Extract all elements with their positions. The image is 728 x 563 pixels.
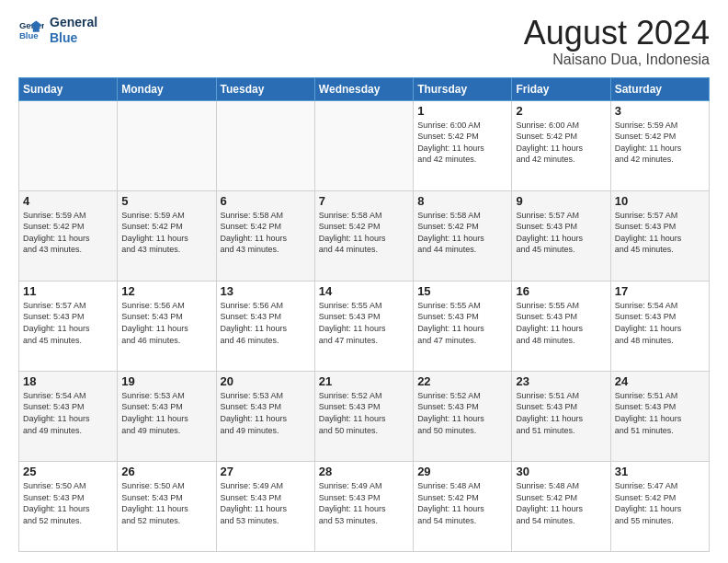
- calendar-cell: [216, 100, 314, 190]
- day-info: Sunrise: 5:50 AM Sunset: 5:43 PM Dayligh…: [121, 480, 211, 526]
- header: General Blue General Blue August 2024 Na…: [18, 15, 710, 68]
- calendar-cell: 5Sunrise: 5:59 AM Sunset: 5:42 PM Daylig…: [118, 190, 216, 281]
- day-number: 14: [319, 284, 409, 298]
- day-number: 3: [615, 104, 705, 118]
- day-number: 1: [417, 104, 507, 118]
- calendar-cell: 22Sunrise: 5:52 AM Sunset: 5:43 PM Dayli…: [414, 371, 512, 461]
- calendar-cell: 7Sunrise: 5:58 AM Sunset: 5:42 PM Daylig…: [314, 190, 413, 281]
- day-info: Sunrise: 5:49 AM Sunset: 5:43 PM Dayligh…: [319, 480, 409, 526]
- day-number: 26: [121, 465, 211, 478]
- day-info: Sunrise: 5:55 AM Sunset: 5:43 PM Dayligh…: [417, 300, 507, 346]
- calendar-cell: 16Sunrise: 5:55 AM Sunset: 5:43 PM Dayli…: [512, 281, 610, 371]
- calendar-cell: [314, 100, 413, 190]
- calendar-day-header: Saturday: [610, 77, 709, 100]
- calendar-table: SundayMondayTuesdayWednesdayThursdayFrid…: [18, 77, 710, 552]
- day-number: 29: [417, 465, 507, 478]
- day-info: Sunrise: 5:48 AM Sunset: 5:42 PM Dayligh…: [516, 480, 606, 526]
- calendar-week-row: 25Sunrise: 5:50 AM Sunset: 5:43 PM Dayli…: [19, 461, 710, 551]
- day-number: 27: [221, 465, 311, 478]
- calendar-cell: 3Sunrise: 5:59 AM Sunset: 5:42 PM Daylig…: [610, 100, 709, 190]
- day-number: 24: [615, 374, 705, 388]
- logo-text-blue: Blue: [50, 30, 97, 46]
- calendar-cell: 6Sunrise: 5:58 AM Sunset: 5:42 PM Daylig…: [216, 190, 314, 281]
- calendar-cell: 30Sunrise: 5:48 AM Sunset: 5:42 PM Dayli…: [512, 461, 610, 551]
- day-number: 17: [615, 284, 705, 298]
- day-number: 28: [319, 465, 409, 478]
- day-info: Sunrise: 5:56 AM Sunset: 5:43 PM Dayligh…: [121, 300, 211, 346]
- calendar-cell: 31Sunrise: 5:47 AM Sunset: 5:42 PM Dayli…: [610, 461, 709, 551]
- calendar-header-row: SundayMondayTuesdayWednesdayThursdayFrid…: [19, 77, 710, 100]
- calendar-cell: 17Sunrise: 5:54 AM Sunset: 5:43 PM Dayli…: [610, 281, 709, 371]
- day-number: 2: [516, 104, 606, 118]
- day-number: 12: [121, 284, 211, 298]
- day-info: Sunrise: 5:55 AM Sunset: 5:43 PM Dayligh…: [516, 300, 606, 346]
- day-info: Sunrise: 5:54 AM Sunset: 5:43 PM Dayligh…: [615, 300, 705, 346]
- calendar-cell: 26Sunrise: 5:50 AM Sunset: 5:43 PM Dayli…: [118, 461, 216, 551]
- day-info: Sunrise: 6:00 AM Sunset: 5:42 PM Dayligh…: [516, 120, 606, 166]
- calendar-cell: 18Sunrise: 5:54 AM Sunset: 5:43 PM Dayli…: [19, 371, 118, 461]
- calendar-cell: 25Sunrise: 5:50 AM Sunset: 5:43 PM Dayli…: [19, 461, 118, 551]
- day-info: Sunrise: 5:54 AM Sunset: 5:43 PM Dayligh…: [23, 390, 113, 436]
- calendar-cell: 14Sunrise: 5:55 AM Sunset: 5:43 PM Dayli…: [314, 281, 413, 371]
- calendar-cell: 21Sunrise: 5:52 AM Sunset: 5:43 PM Dayli…: [314, 371, 413, 461]
- day-info: Sunrise: 5:59 AM Sunset: 5:42 PM Dayligh…: [121, 210, 211, 256]
- calendar-cell: 28Sunrise: 5:49 AM Sunset: 5:43 PM Dayli…: [314, 461, 413, 551]
- day-number: 16: [516, 284, 606, 298]
- day-number: 19: [121, 374, 211, 388]
- day-info: Sunrise: 5:58 AM Sunset: 5:42 PM Dayligh…: [417, 210, 507, 256]
- day-info: Sunrise: 5:47 AM Sunset: 5:42 PM Dayligh…: [615, 480, 705, 526]
- day-info: Sunrise: 5:56 AM Sunset: 5:43 PM Dayligh…: [221, 300, 311, 346]
- calendar-cell: 9Sunrise: 5:57 AM Sunset: 5:43 PM Daylig…: [512, 190, 610, 281]
- calendar-cell: 20Sunrise: 5:53 AM Sunset: 5:43 PM Dayli…: [216, 371, 314, 461]
- day-number: 10: [615, 194, 705, 208]
- day-info: Sunrise: 5:55 AM Sunset: 5:43 PM Dayligh…: [319, 300, 409, 346]
- calendar-cell: [19, 100, 118, 190]
- calendar-cell: [118, 100, 216, 190]
- day-info: Sunrise: 5:59 AM Sunset: 5:42 PM Dayligh…: [23, 210, 113, 256]
- day-number: 6: [221, 194, 311, 208]
- day-number: 30: [516, 465, 606, 478]
- page: General Blue General Blue August 2024 Na…: [0, 0, 728, 563]
- day-info: Sunrise: 5:51 AM Sunset: 5:43 PM Dayligh…: [516, 390, 606, 436]
- logo-text-general: General: [50, 15, 97, 30]
- day-number: 22: [417, 374, 507, 388]
- day-info: Sunrise: 5:50 AM Sunset: 5:43 PM Dayligh…: [23, 480, 113, 526]
- calendar-week-row: 4Sunrise: 5:59 AM Sunset: 5:42 PM Daylig…: [19, 190, 710, 281]
- day-number: 4: [23, 194, 113, 208]
- day-info: Sunrise: 5:48 AM Sunset: 5:42 PM Dayligh…: [417, 480, 507, 526]
- day-number: 18: [23, 374, 113, 388]
- day-number: 31: [615, 465, 705, 478]
- day-info: Sunrise: 5:51 AM Sunset: 5:43 PM Dayligh…: [615, 390, 705, 436]
- logo: General Blue General Blue: [18, 15, 97, 46]
- calendar-cell: 8Sunrise: 5:58 AM Sunset: 5:42 PM Daylig…: [414, 190, 512, 281]
- calendar-cell: 24Sunrise: 5:51 AM Sunset: 5:43 PM Dayli…: [610, 371, 709, 461]
- day-info: Sunrise: 5:58 AM Sunset: 5:42 PM Dayligh…: [221, 210, 311, 256]
- calendar-cell: 27Sunrise: 5:49 AM Sunset: 5:43 PM Dayli…: [216, 461, 314, 551]
- day-info: Sunrise: 5:53 AM Sunset: 5:43 PM Dayligh…: [121, 390, 211, 436]
- location: Naisano Dua, Indonesia: [524, 52, 710, 68]
- day-info: Sunrise: 5:52 AM Sunset: 5:43 PM Dayligh…: [417, 390, 507, 436]
- day-number: 23: [516, 374, 606, 388]
- calendar-cell: 23Sunrise: 5:51 AM Sunset: 5:43 PM Dayli…: [512, 371, 610, 461]
- calendar-cell: 12Sunrise: 5:56 AM Sunset: 5:43 PM Dayli…: [118, 281, 216, 371]
- calendar-cell: 4Sunrise: 5:59 AM Sunset: 5:42 PM Daylig…: [19, 190, 118, 281]
- calendar-cell: 1Sunrise: 6:00 AM Sunset: 5:42 PM Daylig…: [414, 100, 512, 190]
- calendar-cell: 2Sunrise: 6:00 AM Sunset: 5:42 PM Daylig…: [512, 100, 610, 190]
- calendar-day-header: Friday: [512, 77, 610, 100]
- day-number: 13: [221, 284, 311, 298]
- calendar-week-row: 11Sunrise: 5:57 AM Sunset: 5:43 PM Dayli…: [19, 281, 710, 371]
- calendar-week-row: 18Sunrise: 5:54 AM Sunset: 5:43 PM Dayli…: [19, 371, 710, 461]
- calendar-cell: 11Sunrise: 5:57 AM Sunset: 5:43 PM Dayli…: [19, 281, 118, 371]
- day-number: 15: [417, 284, 507, 298]
- day-number: 11: [23, 284, 113, 298]
- day-number: 25: [23, 465, 113, 478]
- calendar-day-header: Wednesday: [314, 77, 413, 100]
- day-info: Sunrise: 5:49 AM Sunset: 5:43 PM Dayligh…: [221, 480, 311, 526]
- calendar-day-header: Monday: [118, 77, 216, 100]
- day-info: Sunrise: 5:59 AM Sunset: 5:42 PM Dayligh…: [615, 120, 705, 166]
- day-info: Sunrise: 5:58 AM Sunset: 5:42 PM Dayligh…: [319, 210, 409, 256]
- day-number: 5: [121, 194, 211, 208]
- logo-icon: General Blue: [18, 17, 44, 43]
- calendar-day-header: Thursday: [414, 77, 512, 100]
- day-info: Sunrise: 5:53 AM Sunset: 5:43 PM Dayligh…: [221, 390, 311, 436]
